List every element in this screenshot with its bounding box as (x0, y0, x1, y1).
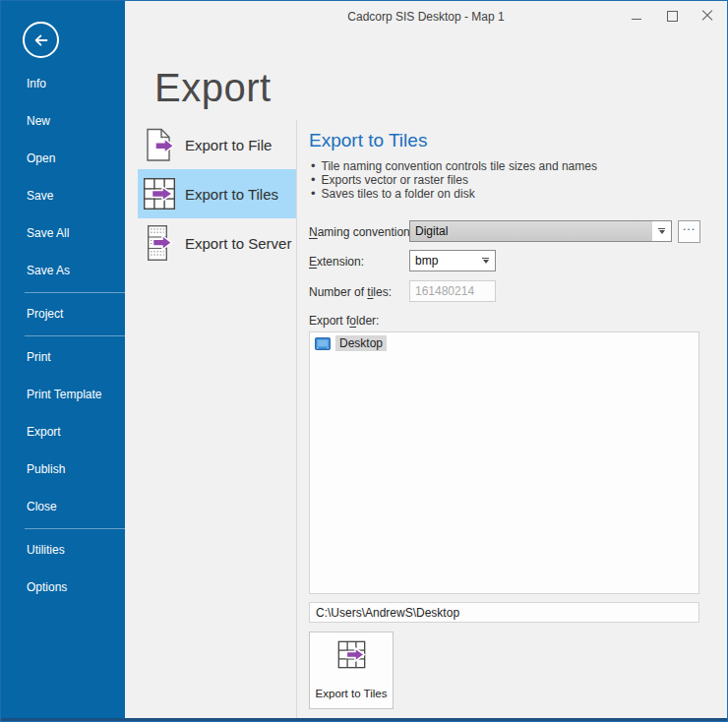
sidebar-item-project[interactable]: Project (1, 295, 125, 332)
export-server-icon (141, 223, 178, 263)
close-icon (701, 10, 713, 22)
maximize-icon (667, 11, 678, 22)
export-path-input[interactable] (309, 602, 699, 623)
export-to-tiles-button[interactable]: Export to Tiles (309, 632, 394, 709)
export-folder-tree[interactable]: Desktop (309, 331, 699, 594)
number-of-tiles-field: 161480214 (409, 280, 496, 302)
sidebar-item-info[interactable]: Info (1, 65, 125, 102)
sidebar-item-label: Close (27, 500, 57, 513)
export-to-tiles-button-label: Export to Tiles (316, 688, 388, 699)
nav-item-export-to-server[interactable]: Export to Server (138, 218, 296, 268)
browse-naming-convention-button[interactable]: ... (678, 220, 700, 243)
bullet-item: Exports vector or raster files (311, 173, 597, 187)
window-controls (619, 1, 725, 30)
panel-description: Tile naming convention controls tile siz… (311, 159, 597, 201)
nav-item-export-to-tiles[interactable]: Export to Tiles (138, 169, 296, 218)
sidebar-item-export[interactable]: Export (1, 413, 125, 451)
export-type-list: Export to File Export to Tiles (138, 120, 296, 268)
sidebar-item-options[interactable]: Options (1, 569, 125, 606)
sidebar-item-open[interactable]: Open (1, 140, 125, 177)
tree-item-desktop[interactable]: Desktop (315, 335, 698, 351)
sidebar-item-label: New (27, 114, 50, 128)
sidebar-item-save[interactable]: Save (1, 177, 125, 214)
number-of-tiles-label: Number of tiles: (309, 285, 392, 299)
minimize-icon (632, 19, 641, 20)
sidebar-item-save-all[interactable]: Save All (1, 214, 125, 252)
sidebar-item-print[interactable]: Print (1, 338, 125, 376)
bullet-item: Saves tiles to a folder on disk (311, 187, 597, 201)
naming-convention-select[interactable]: Digital (409, 220, 672, 242)
page-title: Export (154, 68, 272, 107)
back-button[interactable] (23, 22, 59, 58)
bullet-item: Tile naming convention controls tile siz… (311, 159, 597, 173)
desktop-icon (315, 337, 331, 350)
export-folder-label: Export folder: (309, 314, 379, 328)
panel-divider (296, 120, 297, 718)
sidebar-item-save-as[interactable]: Save As (1, 252, 125, 289)
sidebar-item-label: Save (27, 189, 53, 203)
naming-convention-value: Digital (410, 221, 652, 241)
chevron-down-icon[interactable] (652, 221, 671, 241)
extension-value: bmp (410, 251, 476, 271)
extension-select[interactable]: bmp (409, 250, 496, 271)
sidebar-menu: Info New Open Save Save All Save As Proj… (1, 65, 125, 606)
window-border-bottom (1, 718, 727, 721)
naming-convention-label: Naming convention: (309, 225, 413, 239)
sidebar-item-utilities[interactable]: Utilities (1, 531, 125, 569)
sidebar-item-label: Save All (27, 226, 69, 240)
back-arrow-icon (32, 31, 50, 49)
export-file-icon (141, 125, 178, 164)
nav-item-label: Export to File (185, 137, 272, 153)
sidebar-item-close[interactable]: Close (1, 488, 125, 525)
nav-item-label: Export to Server (185, 235, 291, 252)
sidebar-item-label: Export (27, 425, 61, 439)
chevron-down-icon[interactable] (476, 251, 495, 271)
sidebar-item-label: Utilities (27, 543, 65, 557)
app-window: { "window": { "title": "Cadcorp SIS Desk… (0, 0, 728, 722)
backstage-sidebar: Info New Open Save Save All Save As Proj… (1, 1, 125, 721)
sidebar-item-label: Project (27, 307, 63, 321)
sidebar-item-publish[interactable]: Publish (1, 451, 125, 488)
sidebar-item-label: Print Template (27, 388, 101, 401)
minimize-button[interactable] (619, 1, 654, 30)
sidebar-item-label: Save As (27, 264, 70, 277)
sidebar-item-label: Open (27, 151, 55, 165)
close-button[interactable] (690, 1, 725, 30)
tree-item-label: Desktop (335, 335, 387, 351)
extension-label: Extension: (309, 255, 364, 269)
sidebar-item-label: Info (27, 77, 46, 90)
export-tiles-icon (141, 174, 178, 213)
sidebar-item-print-template[interactable]: Print Template (1, 376, 125, 413)
sidebar-item-new[interactable]: New (1, 102, 125, 140)
sidebar-item-label: Print (27, 350, 51, 364)
export-tiles-icon (336, 639, 367, 670)
maximize-button[interactable] (654, 1, 690, 30)
nav-item-export-to-file[interactable]: Export to File (138, 120, 296, 169)
sidebar-item-label: Publish (27, 462, 65, 476)
panel-title: Export to Tiles (309, 130, 427, 151)
nav-item-label: Export to Tiles (185, 186, 278, 203)
sidebar-item-label: Options (27, 580, 67, 594)
